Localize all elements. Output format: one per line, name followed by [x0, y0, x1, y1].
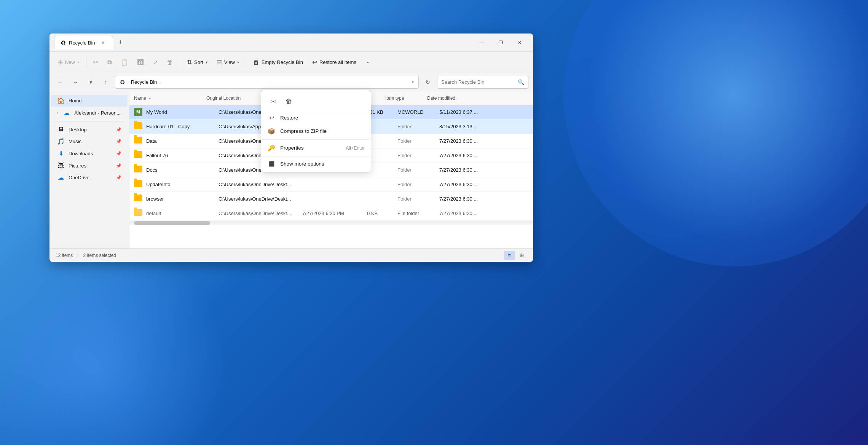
- pictures-icon: 🖼: [57, 162, 65, 169]
- sidebar-item-music[interactable]: 🎵 Music 📌: [51, 136, 128, 147]
- horizontal-scrollbar[interactable]: [129, 221, 533, 225]
- file-type-5: Folder: [397, 182, 439, 187]
- restore-all-button[interactable]: ↩ Restore all items: [308, 55, 360, 70]
- table-row[interactable]: default C:\Users\lukas\OneDrive\Deskt...…: [129, 206, 533, 221]
- paste-icon: 📋: [121, 59, 128, 66]
- music-label: Music: [69, 139, 81, 144]
- file-name-1: Hardcore-01 - Copy: [146, 124, 219, 129]
- sidebar-item-onedrive[interactable]: › ☁ Aleksandr - Person...: [51, 107, 128, 119]
- more-options-button[interactable]: ···: [362, 55, 373, 70]
- col-header-date-modified[interactable]: Date modified: [427, 96, 528, 101]
- path-recycle-bin-icon: ♻: [120, 79, 125, 86]
- address-path[interactable]: ♻ › Recycle Bin › ▾: [115, 76, 419, 89]
- copy-button[interactable]: ⧉: [104, 55, 115, 70]
- file-modified-0: 5/11/2023 6:37 ...: [439, 109, 528, 115]
- new-button[interactable]: ⊕ New ▾: [54, 55, 83, 70]
- table-row[interactable]: browser C:\Users\lukas\OneDrive\Deskt...…: [129, 192, 533, 206]
- delete-button[interactable]: 🗑: [163, 55, 177, 70]
- grid-view-icon: ⊞: [520, 252, 524, 258]
- context-menu-divider-2: [261, 156, 371, 156]
- new-tab-icon: +: [118, 38, 123, 46]
- file-type-7: File folder: [397, 211, 439, 216]
- file-type-3: Folder: [397, 153, 439, 158]
- recent-locations-button[interactable]: ▾: [85, 76, 97, 88]
- sidebar-item-onedrive2[interactable]: ☁ OneDrive 📌: [51, 172, 128, 183]
- view-button[interactable]: ☰ View ▾: [213, 55, 243, 70]
- name-sort-icon: ▾: [149, 96, 151, 100]
- new-tab-button[interactable]: +: [115, 37, 127, 49]
- empty-recycle-bin-button[interactable]: 🗑 Empty Recycle Bin: [249, 55, 307, 70]
- context-menu-icon-row: ✂ 🗑: [261, 93, 371, 111]
- path-segment-recycle-bin: Recycle Bin: [131, 79, 157, 85]
- sidebar-divider-1: [54, 121, 124, 121]
- file-modified-6: 7/27/2023 6:30 ...: [439, 196, 528, 202]
- sidebar-item-home[interactable]: 🏠 Home: [51, 95, 128, 107]
- context-menu-compress-item[interactable]: 📦 Compress to ZIP file: [261, 124, 371, 138]
- home-label: Home: [69, 98, 82, 104]
- minimize-button[interactable]: —: [473, 37, 490, 49]
- file-type-0: MCWORLD: [397, 109, 439, 115]
- sidebar-item-desktop[interactable]: 🖥 Desktop 📌: [51, 124, 128, 135]
- file-name-5: UpdateInfo: [146, 182, 219, 187]
- folder-icon: [134, 166, 143, 175]
- downloads-icon: ⬇: [57, 150, 65, 157]
- paste-button[interactable]: 📋: [117, 55, 132, 70]
- file-modified-1: 8/15/2023 3:13 ...: [439, 124, 528, 129]
- context-menu-restore-item[interactable]: ↩ Restore: [261, 111, 371, 124]
- close-button[interactable]: ✕: [511, 37, 528, 49]
- back-button[interactable]: ←: [54, 76, 66, 88]
- properties-shortcut: Alt+Enter: [346, 145, 365, 151]
- file-location-6: C:\Users\lukas\OneDrive\Deskt...: [219, 196, 302, 202]
- onedrive-icon: ☁: [63, 109, 70, 116]
- rename-icon: 🅰: [137, 59, 144, 66]
- up-button[interactable]: ↑: [100, 76, 112, 88]
- active-tab[interactable]: ♻ Recycle Bin ✕: [54, 36, 113, 49]
- properties-icon: 🔑: [267, 144, 276, 152]
- path-separator-2: ›: [159, 80, 161, 85]
- status-bar: 12 items | 2 items selected ≡ ⊞: [49, 248, 533, 262]
- share-icon: ↗: [153, 59, 158, 66]
- context-menu-properties-item[interactable]: 🔑 Properties Alt+Enter: [261, 141, 371, 155]
- cut-button[interactable]: ✂: [89, 55, 102, 70]
- view-dropdown-arrow: ▾: [237, 60, 239, 64]
- maximize-button[interactable]: ❐: [492, 37, 509, 49]
- horizontal-scrollbar-thumb[interactable]: [134, 221, 210, 225]
- file-modified-5: 7/27/2023 6:30 ...: [439, 182, 528, 187]
- file-name-2: Data: [146, 138, 219, 144]
- sidebar-item-downloads[interactable]: ⬇ Downloads 📌: [51, 148, 128, 159]
- search-input[interactable]: [441, 79, 515, 85]
- context-menu-delete-button[interactable]: 🗑: [281, 95, 296, 108]
- path-dropdown-arrow[interactable]: ▾: [412, 80, 414, 84]
- context-menu-cut-button[interactable]: ✂: [266, 95, 281, 108]
- refresh-button[interactable]: ↻: [422, 76, 434, 88]
- compress-icon: 📦: [267, 128, 276, 135]
- tab-close-button[interactable]: ✕: [100, 39, 107, 46]
- explorer-window: ♻ Recycle Bin ✕ + — ❐ ✕ ⊕ New ▾: [49, 33, 533, 262]
- onedrive2-icon: ☁: [57, 174, 65, 181]
- file-name-4: Docs: [146, 167, 219, 173]
- status-separator: |: [77, 253, 78, 258]
- file-modified-7: 7/27/2023 6:30 ...: [439, 211, 528, 216]
- pictures-label: Pictures: [69, 163, 86, 169]
- folder-icon: [134, 195, 143, 204]
- item-count: 12 items: [56, 253, 73, 258]
- forward-button[interactable]: →: [69, 76, 81, 88]
- file-name-7: default: [146, 211, 219, 216]
- grid-view-button[interactable]: ⊞: [516, 251, 527, 260]
- cut-icon: ✂: [93, 59, 98, 66]
- music-pin-icon: 📌: [116, 139, 121, 144]
- table-row[interactable]: UpdateInfo C:\Users\lukas\OneDrive\Deskt…: [129, 177, 533, 192]
- context-menu-more-options-item[interactable]: ⬛ Show more options: [261, 158, 371, 170]
- context-menu-divider: [261, 139, 371, 140]
- file-modified-3: 7/27/2023 6:30 ...: [439, 153, 528, 158]
- rename-button[interactable]: 🅰: [134, 55, 147, 70]
- sort-button[interactable]: ⇅ Sort ▾: [183, 55, 211, 70]
- col-header-name[interactable]: Name ▾: [134, 96, 206, 101]
- window-controls: — ❐ ✕: [473, 37, 528, 49]
- sidebar-item-pictures[interactable]: 🖼 Pictures 📌: [51, 160, 128, 171]
- toolbar-sep-3: [246, 57, 246, 68]
- file-date-7: 7/27/2023 6:30 PM: [302, 211, 367, 216]
- list-view-button[interactable]: ≡: [504, 251, 515, 260]
- share-button[interactable]: ↗: [149, 55, 161, 70]
- col-header-item-type[interactable]: Item type: [385, 96, 427, 101]
